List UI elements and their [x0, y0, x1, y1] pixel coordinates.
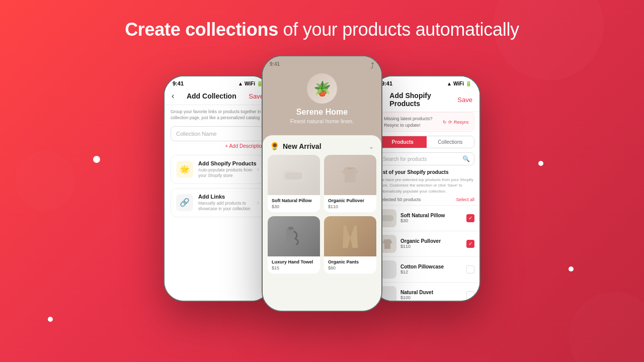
links-icon-box: 🔗	[176, 194, 193, 211]
price-pillow: $30	[400, 218, 462, 223]
collection-name-input[interactable]: Collection Name	[171, 126, 265, 141]
product-price-pillow: $30	[272, 204, 316, 209]
tabs-bar: Products Collections	[378, 136, 474, 148]
list-item-pullover[interactable]: Organic Pullover $110 ✓	[373, 231, 479, 256]
status-bar-right: 9:41 ▲ WiFi 🔋	[373, 76, 479, 88]
select-all-button[interactable]: Select all	[456, 197, 474, 202]
product-price-pants: $80	[328, 265, 372, 270]
resync-button[interactable]: ↻ ⟳ Resync	[443, 120, 469, 125]
svg-rect-2	[286, 228, 295, 243]
product-name-pants: Organic Pants	[328, 259, 372, 264]
product-img-pillow	[268, 155, 320, 195]
links-card-title: Add Links	[198, 194, 259, 200]
svg-rect-1	[285, 172, 302, 179]
list-item-duvet[interactable]: Natural Duvet $100	[373, 282, 479, 302]
shopify-products-card[interactable]: 🌟 Add Shopify Products Auto-populate pro…	[171, 155, 265, 184]
product-img-towel	[268, 216, 320, 256]
product-img-pullover	[324, 155, 376, 195]
checkbox-duvet[interactable]	[466, 291, 474, 299]
share-icon[interactable]: ⤴	[370, 61, 374, 70]
add-description-link[interactable]: + Add Description	[171, 143, 265, 149]
name-pullover: Organic Pullover	[400, 238, 462, 244]
price-pillowcase: $12	[400, 269, 462, 275]
search-input[interactable]: Search for products	[383, 156, 459, 162]
phone-center: 9:41 ⤴ 🪴 Serene Home Finest natural home…	[262, 55, 382, 312]
product-price-towel: $15	[272, 265, 316, 270]
nav-bar-left: ‹ Add Collection Save	[165, 88, 271, 105]
list-header: List of your Shopify products	[373, 169, 479, 177]
product-card-pullover[interactable]: Organic Pullover $110	[324, 155, 376, 212]
search-bar[interactable]: Search for products 🔍	[378, 152, 474, 165]
phone-left: 9:41 ▲ WiFi 🔋 ‹ Add Collection Save Grou…	[164, 75, 272, 302]
select-all-row: Selected 50 products Select all	[373, 197, 479, 205]
price-duvet: $100	[400, 295, 462, 300]
info-pillow: Soft Natural Pillow $30	[400, 213, 462, 223]
collection-name: New Arrival	[283, 142, 321, 150]
svg-rect-4	[381, 215, 393, 221]
resync-text: Missing latest products?Resync to update…	[384, 116, 433, 128]
search-icon: 🔍	[462, 155, 470, 162]
links-card-text: Add Links Manually add products to showc…	[198, 194, 259, 212]
list-sub: We have pre-selected top products from y…	[373, 177, 479, 197]
links-card-desc: Manually add products to showcase in you…	[198, 201, 259, 212]
product-name-towel: Luxury Hand Towel	[272, 259, 316, 264]
status-icons-right: ▲ WiFi 🔋	[447, 81, 471, 86]
store-tagline: Finest natural home linen.	[271, 118, 373, 124]
left-subtitle: Group your favorite links or products to…	[171, 109, 265, 121]
info-pullover: Organic Pullover $110	[400, 238, 462, 249]
shopify-card-chevron: ›	[257, 166, 259, 173]
resync-bar: Missing latest products?Resync to update…	[378, 112, 474, 132]
checkbox-pillowcase[interactable]	[466, 265, 474, 274]
name-duvet: Natural Duvet	[400, 290, 462, 295]
phones-container: 9:41 ▲ WiFi 🔋 ‹ Add Collection Save Grou…	[164, 55, 480, 312]
status-icons-left: ▲ WiFi 🔋	[238, 81, 263, 86]
links-card-chevron: ›	[257, 199, 259, 206]
info-duvet: Natural Duvet $100	[400, 290, 462, 300]
list-item-pillowcase[interactable]: Cotton Pillowcase $12	[373, 256, 479, 282]
product-list: Soft Natural Pillow $30 ✓ Organic Pullov…	[373, 205, 479, 302]
product-img-pants	[324, 216, 376, 256]
decorative-dot-4	[48, 317, 53, 322]
checkbox-pullover[interactable]: ✓	[466, 240, 474, 248]
main-headline: Create collections of your products auto…	[125, 19, 519, 40]
product-price-pullover: $110	[328, 204, 372, 209]
product-name-pullover: Organic Pullover	[328, 198, 372, 203]
product-card-pants[interactable]: Organic Pants $80	[324, 216, 376, 274]
sunflower-icon: 🌻	[270, 141, 280, 151]
collection-chevron[interactable]: ⌄	[368, 142, 374, 150]
decorative-dot-2	[538, 161, 543, 166]
info-pillowcase: Cotton Pillowcase $12	[400, 264, 462, 275]
back-button-left[interactable]: ‹	[172, 92, 174, 101]
name-pillow: Soft Natural Pillow	[400, 213, 462, 218]
product-name-pillow: Soft Natural Pillow	[272, 198, 316, 203]
decorative-dot-1	[93, 156, 100, 163]
checkbox-pillow[interactable]: ✓	[466, 214, 474, 222]
center-product-section: 🌻 New Arrival ⌄ Soft Natural Pillow $30	[263, 135, 381, 311]
nav-bar-right: Add Shopify Products Save	[373, 88, 479, 112]
tab-collections[interactable]: Collections	[427, 136, 474, 148]
product-card-pillow[interactable]: Soft Natural Pillow $30	[268, 155, 320, 212]
store-avatar: 🪴	[307, 73, 337, 104]
nav-title-right: Add Shopify Products	[389, 92, 457, 108]
time-left: 9:41	[173, 80, 184, 86]
collection-header: 🌻 New Arrival ⌄	[263, 135, 381, 155]
shopify-card-title: Add Shopify Products	[198, 160, 259, 166]
decorative-dot-3	[569, 266, 574, 272]
shopify-card-text: Add Shopify Products Auto-populate produ…	[198, 160, 259, 178]
center-header: 9:41 ⤴	[263, 56, 381, 73]
nav-title-left: Add Collection	[187, 92, 236, 100]
status-bar-left: 9:41 ▲ WiFi 🔋	[165, 76, 271, 88]
tab-products[interactable]: Products	[379, 136, 427, 148]
phone-right: 9:41 ▲ WiFi 🔋 Add Shopify Products Save …	[372, 75, 480, 302]
save-button-right[interactable]: Save	[457, 96, 472, 104]
price-pullover: $110	[400, 244, 462, 249]
name-pillowcase: Cotton Pillowcase	[400, 264, 462, 269]
product-card-towel[interactable]: Luxury Hand Towel $15	[268, 216, 320, 274]
add-links-card[interactable]: 🔗 Add Links Manually add products to sho…	[171, 188, 265, 217]
list-item-pillow[interactable]: Soft Natural Pillow $30 ✓	[373, 205, 479, 231]
svg-rect-3	[288, 227, 293, 230]
store-name: Serene Home	[271, 108, 373, 117]
selected-count: Selected 50 products	[378, 197, 421, 202]
time-right: 9:41	[381, 80, 392, 86]
shopify-icon-box: 🌟	[176, 161, 193, 178]
